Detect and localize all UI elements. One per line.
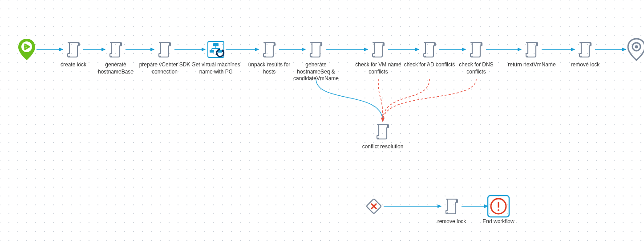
node-label: unpack results for hosts xyxy=(243,61,296,75)
node-label: prepare vCenter SDK connection xyxy=(138,61,191,75)
node-label: Get virtual machines name with PC xyxy=(189,61,243,75)
script-icon-wrapper xyxy=(303,38,329,61)
end-icon-wrapper xyxy=(623,38,644,61)
script-icon-wrapper xyxy=(416,38,443,61)
svg-rect-6 xyxy=(210,50,214,53)
svg-rect-5 xyxy=(213,43,219,46)
end-icon xyxy=(627,38,644,61)
node-n9[interactable]: check for DNS conflicts xyxy=(463,38,490,75)
script-icon xyxy=(421,40,437,59)
script-icon-wrapper xyxy=(102,38,129,61)
arrow-n6-conf xyxy=(316,79,383,121)
node-n2[interactable]: generate hostnameBase xyxy=(102,38,129,75)
arrow-n7-conf xyxy=(378,79,383,121)
node-n7[interactable]: check for VM name conflicts xyxy=(365,38,392,75)
script-icon xyxy=(65,40,81,59)
script-icon xyxy=(157,40,173,59)
script-icon xyxy=(375,122,391,141)
node-conf[interactable]: conflict resolution xyxy=(369,120,396,151)
script-icon-wrapper xyxy=(151,38,178,61)
node-label: check for DNS conflicts xyxy=(450,61,503,75)
node-n6[interactable]: generate hostnameSeq & candidateVmName xyxy=(303,38,329,82)
script-icon xyxy=(261,40,277,59)
node-n11[interactable]: remove lock xyxy=(572,38,599,69)
script-icon xyxy=(524,40,540,59)
script-icon-wrapper xyxy=(60,38,87,61)
script-icon-wrapper xyxy=(369,120,396,143)
script-icon-wrapper xyxy=(518,38,545,61)
node-n1[interactable]: create lock xyxy=(60,38,87,69)
workflow-canvas[interactable]: create lockgenerate hostnameBaseprepare … xyxy=(0,0,644,249)
node-label: End workflow xyxy=(472,218,525,225)
script-icon-wrapper xyxy=(572,38,599,61)
start-icon-wrapper xyxy=(13,38,40,61)
node-label: return nextVmName xyxy=(505,61,559,69)
start-icon xyxy=(17,38,36,61)
node-start[interactable] xyxy=(13,38,40,61)
node-label: generate hostnameSeq & candidateVmName xyxy=(289,61,343,82)
arrow-n8-conf xyxy=(383,79,429,121)
end-error-icon-wrapper xyxy=(485,195,512,217)
node-label: conflict resolution xyxy=(356,143,409,151)
node-err[interactable] xyxy=(360,195,387,217)
node-label: remove lock xyxy=(559,61,612,69)
node-label: remove lock xyxy=(425,218,478,225)
script-icon-wrapper xyxy=(365,38,392,61)
node-label: generate hostnameBase xyxy=(89,61,142,75)
script-icon-wrapper xyxy=(256,38,283,61)
node-n5[interactable]: unpack results for hosts xyxy=(256,38,283,75)
arrow-n9-conf xyxy=(383,79,476,121)
node-n4[interactable]: Get virtual machines name with PC xyxy=(203,38,229,75)
svg-point-22 xyxy=(498,209,499,211)
script-icon xyxy=(370,40,386,59)
script-icon xyxy=(108,40,124,59)
node-n10[interactable]: return nextVmName xyxy=(518,38,545,69)
error-icon-wrapper xyxy=(360,195,387,217)
node-el2[interactable]: End workflow xyxy=(485,195,512,225)
subflow-icon-wrapper xyxy=(203,38,229,61)
script-icon xyxy=(468,40,484,59)
arrow-layer xyxy=(0,0,644,249)
end-error-icon xyxy=(486,194,511,219)
error-diamond-icon xyxy=(364,196,384,216)
script-icon-wrapper xyxy=(438,195,465,217)
script-icon xyxy=(444,196,460,216)
node-n3[interactable]: prepare vCenter SDK connection xyxy=(151,38,178,75)
node-el1[interactable]: remove lock xyxy=(438,195,465,225)
node-n8[interactable]: check for AD conflicts xyxy=(416,38,443,69)
subflow-icon xyxy=(205,39,227,60)
svg-point-15 xyxy=(635,45,638,49)
node-end[interactable] xyxy=(623,38,644,61)
node-label: check for VM name conflicts xyxy=(352,61,405,75)
node-label: check for AD conflicts xyxy=(403,61,456,69)
script-icon xyxy=(308,40,324,59)
script-icon xyxy=(577,40,593,59)
script-icon-wrapper xyxy=(463,38,490,61)
